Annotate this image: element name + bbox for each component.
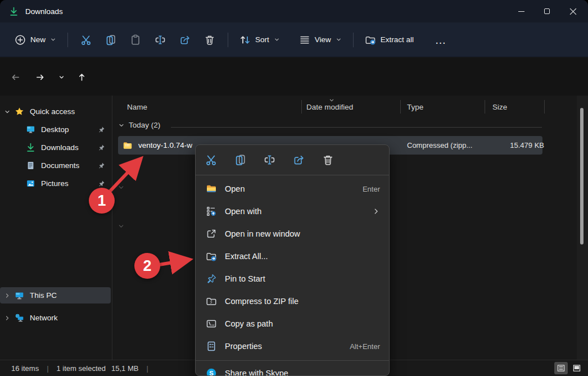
menu-item-pin-to-start[interactable]: Pin to Start [196,268,389,290]
recent-locations-button[interactable] [52,68,70,86]
copy-button[interactable] [233,153,247,167]
share-button[interactable] [173,29,197,51]
network-label: Network [30,314,58,322]
maximize-button[interactable] [534,0,560,22]
file-size: 15.479 KB [450,141,544,150]
chevron-right-icon [4,292,11,299]
up-button[interactable] [73,68,91,86]
toolbar-separator [67,33,68,47]
more-options-button[interactable]: … [428,29,453,51]
menu-separator [196,360,389,361]
copy-as-path-icon [206,318,217,329]
quick-access-label: Quick access [30,107,75,116]
star-icon [15,107,24,116]
rename-button[interactable] [262,153,277,167]
cut-button[interactable] [74,29,98,51]
copy-icon [234,154,246,166]
vertical-scrollbar[interactable] [577,96,588,360]
chevron-down-icon [58,74,65,81]
rename-button[interactable] [148,29,173,51]
column-header-size[interactable]: Size [492,96,507,118]
titlebar: Downloads [0,0,588,22]
pin-icon[interactable] [98,144,105,151]
column-separator[interactable] [400,100,401,114]
group-divider [171,127,542,128]
delete-button[interactable] [320,153,335,167]
menu-item-open-in-new-window[interactable]: Open in new window [196,223,389,245]
context-menu-icon-row [196,145,389,175]
toolbar-separator [228,33,228,47]
download-icon [26,143,35,152]
thumbnails-view-icon [572,364,581,373]
zip-folder-outline-icon [206,296,217,307]
downloads-folder-icon [9,7,19,16]
window-title: Downloads [25,7,63,16]
delete-button[interactable] [197,29,222,51]
selection-count: 1 item selected [57,364,106,373]
rename-icon [155,34,166,46]
chevron-down-icon [336,37,342,43]
copy-button[interactable] [98,29,123,51]
column-separator[interactable] [485,100,485,114]
skype-icon: S [206,368,217,376]
sort-button[interactable]: Sort [234,29,286,51]
svg-text:S: S [209,370,214,376]
extract-all-button[interactable]: Extract all [359,29,419,51]
menu-item-properties[interactable]: Properties Alt+Enter [196,335,389,357]
column-header-name[interactable]: Name [127,96,147,118]
forward-arrow-icon [35,73,45,82]
shortcut-label: Enter [363,185,380,193]
this-pc-label: This PC [30,291,57,300]
group-header-today[interactable]: Today (2) [118,121,160,129]
items-count: 16 items [11,364,39,373]
properties-icon [206,341,217,352]
context-menu: Open Enter Open with Open in new window … [195,144,390,376]
paste-button[interactable] [123,29,148,51]
column-header-date-modified[interactable]: Date modified [306,96,353,118]
share-icon [293,154,305,166]
menu-item-compress-to-zip[interactable]: Compress to ZIP file [196,290,389,312]
details-view-button[interactable] [554,362,568,374]
sidebar-item-downloads[interactable]: Downloads [0,139,111,156]
back-button[interactable] [6,68,24,86]
pin-icon[interactable] [98,162,105,169]
sidebar-item-desktop[interactable]: Desktop [0,121,111,138]
submenu-chevron-icon [372,207,380,215]
zip-folder-icon [123,141,133,151]
pin-icon[interactable] [98,126,105,133]
chevron-down-icon [117,223,125,230]
pin-to-start-icon [206,273,217,284]
close-button[interactable] [560,0,586,22]
new-button[interactable]: New [9,29,62,51]
sort-label: Sort [255,35,269,44]
extract-folder-icon [365,34,376,46]
this-pc-icon [15,291,24,300]
sidebar-item-documents[interactable]: Documents [0,157,111,174]
sidebar-item-quick-access[interactable]: Quick access [0,103,111,120]
sidebar-item-network[interactable]: Network [0,310,111,326]
menu-item-share-with-skype[interactable]: S Share with Skype [196,362,389,376]
menu-item-open-with[interactable]: Open with [196,200,389,223]
cut-icon [80,34,92,46]
view-button[interactable]: View [293,29,347,51]
pin-icon[interactable] [98,180,105,187]
cut-button[interactable] [203,153,218,167]
scrollbar-thumb[interactable] [580,108,584,244]
column-header-type[interactable]: Type [407,96,423,118]
chevron-right-icon [4,315,11,321]
sidebar-item-this-pc[interactable]: This PC [0,287,111,303]
forward-button[interactable] [31,68,49,86]
share-icon [179,34,191,46]
menu-separator [196,175,389,175]
sidebar-item-pictures[interactable]: Pictures [0,175,111,192]
column-separator[interactable] [544,100,545,114]
paste-icon [130,34,141,46]
menu-item-extract-all[interactable]: Extract All... [196,245,389,268]
thumbnails-view-button[interactable] [570,362,584,374]
share-button[interactable] [291,153,306,167]
menu-item-copy-as-path[interactable]: Copy as path [196,312,389,335]
menu-item-open[interactable]: Open Enter [196,178,389,200]
minimize-button[interactable] [508,0,534,22]
column-separator[interactable] [301,100,302,114]
chevron-down-icon [117,184,125,191]
